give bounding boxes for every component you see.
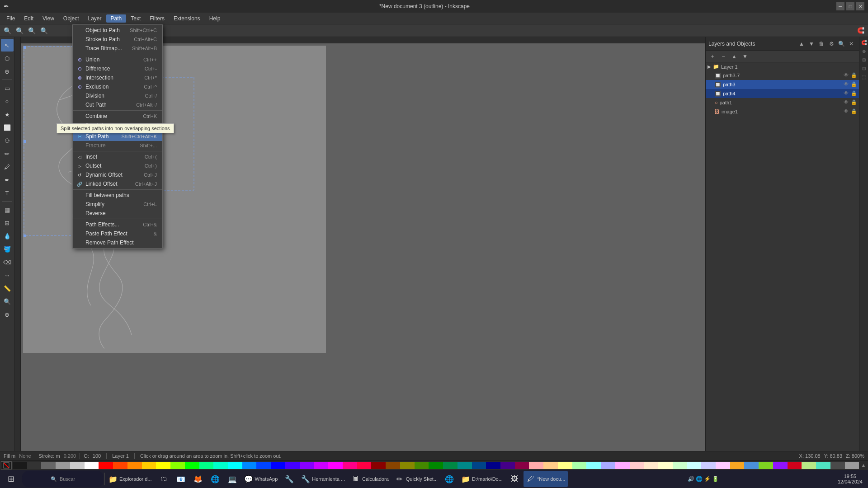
layer-up-btn[interactable]: ▲ — [729, 52, 739, 61]
color-cell[interactable] — [170, 462, 185, 469]
color-cell[interactable] — [773, 462, 788, 469]
tb-quickly-sket[interactable]: ✏ Quickly Sket... — [392, 471, 440, 487]
tb-icon-2[interactable]: 🗂 — [156, 471, 172, 487]
snap-btn-4[interactable]: ⊡ — [860, 65, 868, 72]
color-cell[interactable] — [199, 462, 214, 469]
color-cell[interactable] — [328, 462, 343, 469]
tool-dropper[interactable]: 💧 — [1, 230, 14, 242]
pm-simplify[interactable]: Simplify Ctrl+L — [73, 200, 162, 209]
pm-remove-path-effect[interactable]: Remove Path Effect — [73, 238, 162, 247]
panel-down-btn[interactable]: ▼ — [807, 39, 816, 49]
color-cell[interactable] — [701, 462, 716, 469]
pm-exclusion[interactable]: ⊕Exclusion Ctrl+^ — [73, 82, 162, 91]
pm-division[interactable]: Division Ctrl+/ — [73, 91, 162, 100]
tb-whatsapp[interactable]: 💬 WhatsApp — [241, 471, 281, 487]
close-button[interactable]: ✕ — [856, 2, 864, 10]
color-cell[interactable] — [357, 462, 372, 469]
color-cell[interactable] — [515, 462, 529, 469]
color-cell[interactable] — [716, 462, 730, 469]
layer-item-image1[interactable]: 🖼 image1 👁 🔒 — [706, 107, 859, 116]
color-cell[interactable] — [300, 462, 314, 469]
pm-difference[interactable]: ⊖Difference Ctrl+- — [73, 64, 162, 73]
tool-zoom[interactable]: ⊕ — [1, 65, 14, 78]
color-cell[interactable] — [572, 462, 587, 469]
layer-item-path4[interactable]: 🔲 path4 👁 🔒 — [706, 89, 859, 98]
snap-btn-3[interactable]: ⊞ — [860, 56, 868, 63]
menu-view[interactable]: View — [38, 14, 59, 23]
tool-star[interactable]: ★ — [1, 108, 14, 121]
tool-spiral[interactable]: ⚇ — [1, 134, 14, 147]
color-cell[interactable] — [630, 462, 644, 469]
snap-btn-5[interactable]: ⬚ — [860, 73, 868, 80]
menu-path[interactable]: Path — [106, 14, 127, 23]
tool-eraser[interactable]: ⌫ — [1, 256, 14, 268]
tb-explorer2[interactable]: 📁 D:\mario\Do... — [458, 471, 505, 487]
tb-calculadora[interactable]: 🖩 Calculadora — [349, 471, 392, 487]
color-scroll-up[interactable]: ▲ — [861, 462, 866, 469]
panel-close-btn[interactable]: ✕ — [846, 39, 856, 49]
color-cell[interactable] — [759, 462, 773, 469]
tb-explorer[interactable]: 📁 Explorador d... — [106, 471, 155, 487]
color-cell[interactable] — [486, 462, 500, 469]
tool-pen[interactable]: 🖊 — [1, 160, 14, 173]
color-cell[interactable] — [415, 462, 429, 469]
panel-up-btn[interactable]: ▲ — [797, 39, 807, 49]
clock-display[interactable]: 19:55 12/04/2024 — [838, 474, 866, 484]
pm-trace-bitmap[interactable]: Trace Bitmap... Shift+Alt+B — [73, 44, 162, 53]
layer-item-path37[interactable]: 🔲 path3-7 👁 🔒 — [706, 71, 859, 80]
color-cell[interactable] — [472, 462, 486, 469]
pm-dynamic-offset[interactable]: ↺Dynamic Offset Ctrl+J — [73, 170, 162, 179]
menu-help[interactable]: Help — [205, 14, 225, 23]
panel-delete-btn[interactable]: 🗑 — [816, 39, 826, 49]
color-cell[interactable] — [242, 462, 257, 469]
pm-stroke-to-path[interactable]: Stroke to Path Ctrl+Alt+C — [73, 35, 162, 44]
color-cell[interactable] — [845, 462, 859, 469]
color-cell[interactable] — [113, 462, 127, 469]
color-cell[interactable] — [788, 462, 802, 469]
pm-union[interactable]: ⊕Union Ctrl++ — [73, 55, 162, 64]
panel-settings-btn[interactable]: ⚙ — [826, 39, 836, 49]
tb-icon-8[interactable]: 🔧 — [281, 471, 297, 487]
color-cell[interactable] — [185, 462, 199, 469]
tool-pencil[interactable]: ✏ — [1, 147, 14, 160]
color-cell[interactable] — [213, 462, 228, 469]
color-cell[interactable] — [127, 462, 142, 469]
pm-reverse[interactable]: Reverse — [73, 209, 162, 218]
color-cell[interactable] — [156, 462, 170, 469]
menu-extensions[interactable]: Extensions — [169, 14, 205, 23]
color-cell[interactable] — [41, 462, 56, 469]
color-cell[interactable] — [256, 462, 271, 469]
color-cell[interactable] — [730, 462, 745, 469]
tb-icon-14[interactable]: 🖼 — [506, 471, 523, 487]
tb-icon-12[interactable]: 🌐 — [441, 471, 458, 487]
color-cell[interactable] — [429, 462, 443, 469]
pm-object-to-path[interactable]: Object to Path Shift+Ctrl+C — [73, 26, 162, 35]
tb-inkscape-active[interactable]: 🖊 *New docu... — [524, 471, 568, 487]
pm-fracture[interactable]: Fracture Shift+... — [73, 141, 162, 150]
pm-combine[interactable]: Combine Ctrl+K — [73, 112, 162, 121]
maximize-button[interactable]: □ — [846, 2, 854, 10]
color-cell[interactable] — [543, 462, 558, 469]
tool-mesh[interactable]: ⊞ — [1, 216, 14, 229]
color-cell[interactable] — [99, 462, 113, 469]
tool-measure[interactable]: 📏 — [1, 282, 14, 295]
color-cell[interactable] — [830, 462, 845, 469]
tb-icon-4[interactable]: 🦊 — [190, 471, 206, 487]
color-cell[interactable] — [673, 462, 687, 469]
menu-layer[interactable]: Layer — [84, 14, 106, 23]
start-button[interactable]: ⊞ — [2, 471, 20, 487]
tb-herramienta[interactable]: 🔧 Herramienta ... — [298, 471, 348, 487]
minimize-button[interactable]: ─ — [836, 2, 844, 10]
tool-select[interactable]: ↖ — [1, 39, 14, 52]
pm-inset[interactable]: ◁Inset Ctrl+( — [73, 152, 162, 161]
color-cell[interactable] — [458, 462, 472, 469]
tool-calligraphy[interactable]: ✒ — [1, 174, 14, 186]
pm-cut-path[interactable]: Cut Path Ctrl+Alt+/ — [73, 100, 162, 109]
tool-3d[interactable]: ⬜ — [1, 121, 14, 134]
color-cell[interactable] — [644, 462, 658, 469]
pm-paste-path-effect[interactable]: Paste Path Effect & — [73, 229, 162, 238]
color-cell[interactable] — [27, 462, 42, 469]
tb-icon-3[interactable]: 📧 — [173, 471, 189, 487]
pm-outset[interactable]: ▷Outset Ctrl+) — [73, 161, 162, 170]
tool-node[interactable]: ⬡ — [1, 52, 14, 65]
